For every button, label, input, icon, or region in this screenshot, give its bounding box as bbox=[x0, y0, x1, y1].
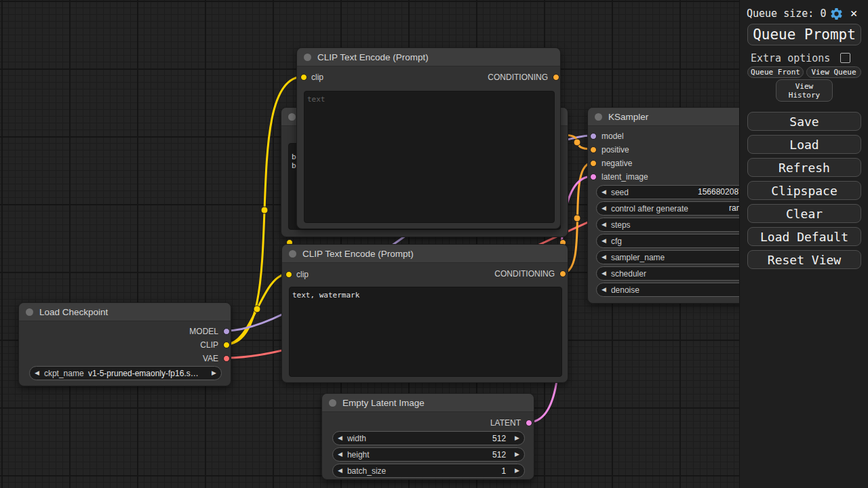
node-clip-text-encode-negative[interactable]: CLIP Text Encode (Prompt) clip CONDITION… bbox=[281, 244, 568, 383]
node-title: Load Checkpoint bbox=[39, 307, 108, 317]
input-port-model[interactable] bbox=[590, 133, 597, 140]
queue-size-row: Queue size: 0 bbox=[747, 7, 826, 20]
input-port-clip[interactable] bbox=[300, 74, 307, 81]
decrement-arrow-icon[interactable]: ◀ bbox=[597, 218, 611, 231]
extra-options-checkbox[interactable] bbox=[840, 53, 850, 63]
load-default-button[interactable]: Load Default bbox=[747, 227, 861, 246]
widget-label: cfg bbox=[611, 237, 622, 246]
decrement-arrow-icon[interactable]: ◀ bbox=[597, 235, 611, 247]
widget-value: 512 bbox=[366, 434, 510, 443]
node-title-bar[interactable]: CLIP Text Encode (Prompt) bbox=[297, 48, 560, 66]
input-port-clip[interactable] bbox=[285, 271, 292, 278]
input-label-model: model bbox=[601, 131, 624, 142]
widget-label: denoise bbox=[611, 285, 639, 295]
input-port-positive[interactable] bbox=[590, 146, 597, 153]
queue-size-value: 0 bbox=[820, 7, 826, 20]
clear-button[interactable]: Clear bbox=[747, 204, 861, 223]
next-value-arrow-icon[interactable]: ▶ bbox=[207, 367, 221, 380]
height-widget[interactable]: ◀ height 512 ▶ bbox=[332, 447, 525, 462]
widget-label: batch_size bbox=[347, 466, 386, 476]
widget-label: seed bbox=[611, 188, 629, 197]
decrement-arrow-icon[interactable]: ◀ bbox=[597, 202, 611, 215]
collapse-dot[interactable] bbox=[26, 308, 33, 316]
collapse-dot[interactable] bbox=[595, 113, 602, 121]
node-title-bar[interactable]: Load Checkpoint bbox=[19, 303, 231, 321]
node-title: CLIP Text Encode (Prompt) bbox=[317, 52, 429, 62]
node-clip-text-encode-top[interactable]: CLIP Text Encode (Prompt) clip CONDITION… bbox=[296, 47, 561, 229]
increment-arrow-icon[interactable]: ▶ bbox=[510, 432, 524, 445]
input-label-negative: negative bbox=[601, 158, 632, 169]
decrement-arrow-icon[interactable]: ◀ bbox=[597, 283, 611, 296]
node-title: KSampler bbox=[608, 112, 648, 122]
refresh-button[interactable]: Refresh bbox=[747, 158, 861, 177]
output-port-clip[interactable] bbox=[223, 342, 230, 348]
widget-value: v1-5-pruned-emaonly-fp16.s… bbox=[84, 369, 207, 378]
output-port-model[interactable] bbox=[223, 328, 230, 335]
comfy-menu-panel: Queue size: 0 ✕ Queue Prompt Extra optio… bbox=[739, 0, 868, 488]
output-label-vae: VAE bbox=[203, 353, 218, 364]
node-empty-latent-image[interactable]: Empty Latent Image LATENT ◀ width 512 ▶ … bbox=[321, 393, 534, 480]
decrement-arrow-icon[interactable]: ◀ bbox=[333, 464, 347, 477]
reset-view-button[interactable]: Reset View bbox=[747, 250, 861, 269]
output-port-vae[interactable] bbox=[223, 355, 230, 362]
prompt-textarea[interactable]: text, watermark bbox=[289, 287, 562, 377]
node-graph-canvas[interactable]: be bo CLIP Text Encode (Prompt) clip CON… bbox=[0, 0, 868, 488]
view-history-button[interactable]: View History bbox=[776, 79, 833, 102]
clipspace-button[interactable]: Clipspace bbox=[747, 181, 861, 200]
widget-value: 1 bbox=[386, 466, 510, 476]
increment-arrow-icon[interactable]: ▶ bbox=[510, 464, 524, 477]
node-title-bar[interactable]: CLIP Text Encode (Prompt) bbox=[282, 245, 568, 263]
widget-label: scheduler bbox=[611, 269, 646, 279]
ckpt-name-widget[interactable]: ◀ ckpt_name v1-5-pruned-emaonly-fp16.s… … bbox=[29, 366, 222, 380]
collapse-dot[interactable] bbox=[289, 250, 296, 258]
input-port-negative[interactable] bbox=[590, 160, 597, 167]
decrement-arrow-icon[interactable]: ◀ bbox=[333, 432, 347, 445]
input-label-clip: clip bbox=[296, 269, 309, 280]
node-title-bar[interactable]: Empty Latent Image bbox=[322, 394, 534, 412]
width-widget[interactable]: ◀ width 512 ▶ bbox=[332, 431, 525, 445]
decrement-arrow-icon[interactable]: ◀ bbox=[597, 186, 611, 199]
load-button[interactable]: Load bbox=[747, 135, 861, 154]
widget-value: 512 bbox=[370, 450, 510, 460]
collapse-dot[interactable] bbox=[304, 54, 311, 61]
link-dot bbox=[254, 306, 260, 312]
output-label-conditioning: CONDITIONING bbox=[494, 268, 555, 279]
link-dot bbox=[574, 139, 580, 146]
save-button[interactable]: Save bbox=[747, 112, 861, 131]
widget-label: width bbox=[347, 434, 366, 443]
widget-label: height bbox=[347, 450, 370, 460]
decrement-arrow-icon[interactable]: ◀ bbox=[597, 267, 611, 280]
queue-size-label: Queue size: bbox=[747, 7, 814, 20]
output-port-conditioning[interactable] bbox=[559, 270, 566, 277]
output-label-model: MODEL bbox=[189, 326, 218, 337]
collapse-dot[interactable] bbox=[329, 399, 336, 407]
increment-arrow-icon[interactable]: ▶ bbox=[510, 448, 524, 461]
decrement-arrow-icon[interactable]: ◀ bbox=[597, 251, 611, 264]
node-title: Empty Latent Image bbox=[342, 398, 425, 408]
output-label-latent: LATENT bbox=[490, 418, 521, 428]
input-label-clip: clip bbox=[311, 72, 323, 83]
queue-front-button[interactable]: Queue Front bbox=[747, 66, 804, 78]
close-menu-icon[interactable]: ✕ bbox=[850, 6, 857, 20]
output-label-clip: CLIP bbox=[200, 340, 218, 350]
settings-gear-icon[interactable] bbox=[829, 7, 844, 21]
input-label-positive: positive bbox=[601, 144, 629, 155]
queue-prompt-button[interactable]: Queue Prompt bbox=[747, 24, 861, 45]
batch-size-widget[interactable]: ◀ batch_size 1 ▶ bbox=[332, 464, 525, 478]
input-label-latent-image: latent_image bbox=[601, 171, 648, 182]
output-port-latent[interactable] bbox=[526, 420, 532, 426]
view-queue-button[interactable]: View Queue bbox=[806, 66, 861, 78]
link-dot bbox=[261, 207, 268, 214]
prompt-textarea[interactable]: text bbox=[304, 91, 555, 223]
widget-label: sampler_name bbox=[611, 253, 665, 262]
widget-value: 1566802087 bbox=[698, 186, 743, 199]
output-label-conditioning: CONDITIONING bbox=[488, 72, 548, 83]
decrement-arrow-icon[interactable]: ◀ bbox=[333, 448, 347, 461]
collapse-dot[interactable] bbox=[288, 113, 296, 121]
input-port-latent-image[interactable] bbox=[590, 174, 597, 180]
view-history-line: View bbox=[795, 82, 814, 91]
widget-label: control after generate bbox=[611, 204, 688, 214]
prev-value-arrow-icon[interactable]: ◀ bbox=[30, 367, 44, 380]
output-port-conditioning[interactable] bbox=[553, 74, 559, 81]
node-load-checkpoint[interactable]: Load Checkpoint MODEL CLIP VAE ◀ ckpt_na… bbox=[18, 302, 231, 386]
